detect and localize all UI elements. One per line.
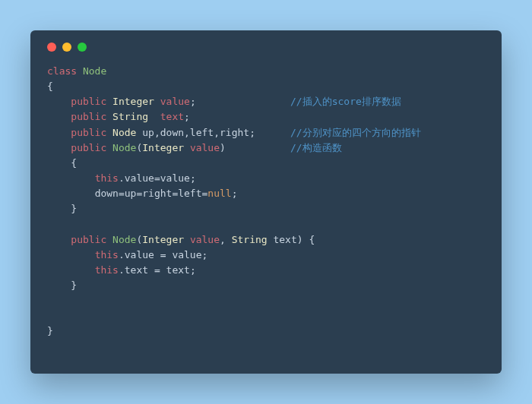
- close-icon[interactable]: [47, 43, 56, 52]
- keyword-null: null: [207, 188, 231, 199]
- brace-close: }: [71, 203, 77, 214]
- class-name: Node: [83, 65, 106, 77]
- keyword-public: public: [71, 127, 106, 138]
- keyword-public: public: [71, 142, 106, 153]
- comment-constructor: //构造函数: [290, 140, 342, 156]
- field-directions: up,down,left,right: [142, 127, 249, 138]
- field-text: text: [160, 111, 184, 122]
- keyword-public: public: [71, 234, 106, 245]
- field-value: value: [160, 96, 190, 107]
- keyword-this: this: [95, 172, 119, 184]
- param-value: value: [190, 234, 220, 245]
- minimize-icon[interactable]: [62, 43, 71, 52]
- maximize-icon[interactable]: [78, 43, 87, 52]
- keyword-public: public: [71, 111, 106, 122]
- comment-directions: //分别对应的四个方向的指针: [290, 125, 421, 140]
- type-integer: Integer: [112, 96, 154, 107]
- param-type-integer: Integer: [142, 234, 184, 245]
- keyword-this: this: [95, 264, 119, 276]
- keyword-public: public: [71, 96, 106, 107]
- param-type-integer: Integer: [142, 142, 184, 153]
- param-value: value: [190, 142, 220, 153]
- brace-open: {: [71, 157, 77, 169]
- comment-score: //插入的score排序数据: [290, 94, 401, 109]
- window-titlebar: [47, 43, 485, 64]
- param-type-string: String: [232, 234, 268, 245]
- type-node: Node: [112, 127, 136, 138]
- brace-open: {: [47, 80, 53, 92]
- constructor-name: Node: [112, 142, 136, 153]
- keyword-class: class: [47, 65, 77, 77]
- code-window: class Node { public Integer value;//插入的s…: [30, 30, 502, 374]
- constructor-name-2: Node: [112, 234, 136, 245]
- code-block: class Node { public Integer value;//插入的s…: [47, 64, 485, 339]
- brace-close: }: [47, 325, 53, 336]
- keyword-this: this: [95, 249, 119, 260]
- param-text: text: [273, 234, 296, 245]
- brace-close: }: [71, 279, 77, 291]
- type-string: String: [112, 111, 148, 122]
